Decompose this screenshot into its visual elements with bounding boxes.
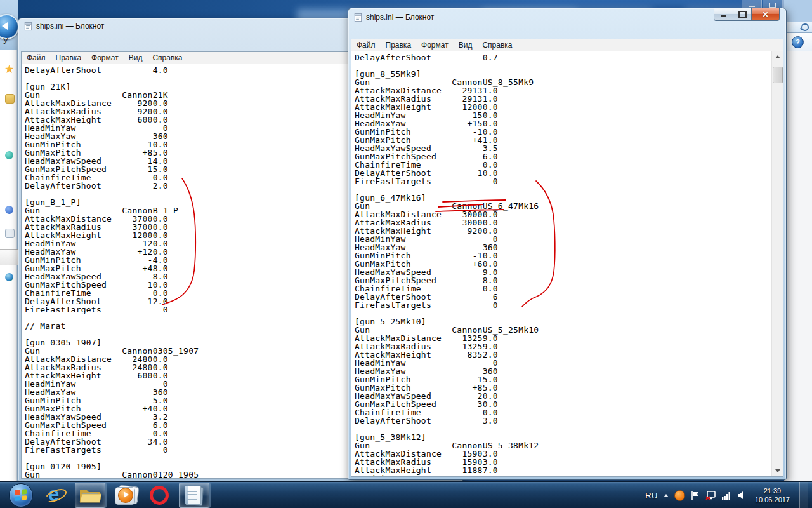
scrollbar-thumb[interactable] bbox=[773, 67, 783, 83]
document-icon[interactable] bbox=[5, 229, 15, 238]
taskbar-buttons: e bbox=[0, 482, 212, 508]
minimize-button[interactable] bbox=[714, 8, 733, 21]
menu-bar: Файл Правка Формат Вид Справка bbox=[351, 39, 783, 51]
minimize-icon bbox=[721, 15, 726, 17]
taskbar-internet-explorer[interactable]: e bbox=[41, 483, 70, 507]
folder-icon[interactable] bbox=[5, 94, 15, 104]
menu-help[interactable]: Справка bbox=[477, 41, 517, 50]
taskbar-opera[interactable] bbox=[145, 483, 174, 507]
background-explorer-right-edge: ? bbox=[784, 0, 812, 481]
taskbar-clock[interactable]: 21:39 10.06.2017 bbox=[751, 486, 794, 504]
language-indicator[interactable]: RU bbox=[645, 491, 658, 500]
close-icon: ✕ bbox=[762, 11, 768, 18]
window-client-area: Файл Правка Формат Вид Справка DelayAfte… bbox=[351, 39, 783, 477]
network-status-icon[interactable] bbox=[705, 491, 716, 500]
desktop: { "background": { "explorer_toolbar_lett… bbox=[0, 0, 812, 508]
drive-icon[interactable] bbox=[5, 151, 13, 159]
window-title: ships.ini — Блокнот bbox=[36, 22, 104, 30]
media-player-icon bbox=[114, 485, 136, 506]
menu-format[interactable]: Формат bbox=[416, 41, 454, 50]
taskbar: e RU bbox=[0, 481, 812, 508]
menu-view[interactable]: Вид bbox=[454, 41, 478, 50]
menu-format[interactable]: Формат bbox=[86, 53, 124, 62]
menu-help[interactable]: Справка bbox=[147, 53, 187, 62]
network-globe-icon[interactable] bbox=[5, 273, 13, 281]
signal-strength-icon[interactable] bbox=[722, 491, 731, 500]
tray-time: 21:39 bbox=[755, 486, 790, 495]
window-title: ships.ini — Блокнот bbox=[366, 13, 434, 22]
windows-start-icon bbox=[9, 483, 33, 507]
taskbar-notepad[interactable] bbox=[179, 483, 209, 508]
maximize-button[interactable] bbox=[733, 8, 751, 21]
notepad-window-right: ships.ini — Блокнот ✕ Файл Правка Формат… bbox=[348, 8, 787, 480]
show-hidden-icons-icon[interactable] bbox=[664, 494, 669, 497]
opera-icon bbox=[150, 486, 169, 505]
show-desktop-button[interactable] bbox=[799, 482, 808, 508]
taskbar-media-player[interactable] bbox=[110, 483, 140, 507]
folder-icon bbox=[79, 486, 102, 504]
notepad-icon bbox=[353, 13, 363, 22]
system-tray: RU bbox=[645, 482, 812, 508]
caption-buttons: ✕ bbox=[714, 8, 780, 21]
library-icon[interactable] bbox=[5, 206, 13, 214]
scroll-down-button[interactable] bbox=[772, 465, 783, 476]
explorer-content-area bbox=[784, 51, 812, 481]
ini-text: DelayAfterShoot 0.7 [gun_8_55Mk9] Gun Ca… bbox=[351, 51, 772, 476]
taskbar-windows-explorer[interactable] bbox=[75, 483, 105, 508]
close-button[interactable]: ✕ bbox=[751, 8, 780, 21]
explorer-command-bar: ? bbox=[784, 33, 812, 51]
scroll-up-button[interactable] bbox=[772, 51, 783, 62]
explorer-toolbar-label: У bbox=[3, 37, 8, 46]
tray-date: 10.06.2017 bbox=[755, 495, 790, 504]
favorites-star-icon[interactable] bbox=[5, 65, 13, 73]
back-arrow-icon bbox=[2, 22, 8, 30]
menu-file[interactable]: Файл bbox=[351, 41, 381, 50]
background-explorer-left-edge: У bbox=[0, 0, 18, 481]
arrow-down-icon bbox=[775, 469, 780, 472]
menu-view[interactable]: Вид bbox=[124, 53, 148, 62]
text-area[interactable]: DelayAfterShoot 0.7 [gun_8_55Mk9] Gun Ca… bbox=[351, 51, 772, 476]
help-icon[interactable]: ? bbox=[792, 36, 804, 48]
menu-edit[interactable]: Правка bbox=[381, 41, 417, 50]
explorer-search-box[interactable] bbox=[784, 22, 812, 33]
explorer-nav-pane bbox=[0, 50, 17, 481]
search-icon bbox=[801, 23, 809, 31]
menu-edit[interactable]: Правка bbox=[51, 53, 87, 62]
action-center-flag-icon[interactable] bbox=[691, 491, 700, 500]
back-button[interactable] bbox=[0, 14, 19, 39]
internet-explorer-icon: e bbox=[44, 485, 66, 506]
maximize-icon bbox=[738, 11, 747, 18]
notepad-icon bbox=[185, 485, 204, 505]
menu-file[interactable]: Файл bbox=[22, 53, 51, 62]
arrow-up-icon bbox=[775, 55, 780, 58]
antivirus-tray-icon[interactable] bbox=[674, 490, 685, 501]
volume-icon[interactable] bbox=[737, 491, 745, 500]
notepad-icon bbox=[23, 22, 33, 31]
vertical-scrollbar[interactable] bbox=[771, 51, 783, 476]
start-button[interactable] bbox=[6, 483, 36, 507]
